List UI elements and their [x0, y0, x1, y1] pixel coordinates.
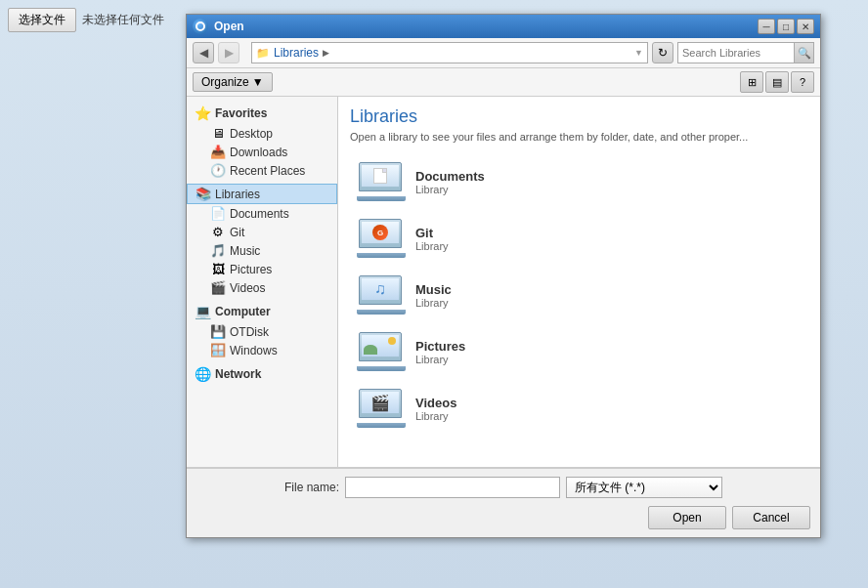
bottom-bar: File name: 所有文件 (*.*) Open Cancel: [187, 468, 820, 537]
computer-section: 💻 Computer 💾 OTDisk 🪟 Windows: [187, 301, 337, 359]
cancel-button[interactable]: Cancel: [732, 506, 810, 529]
organize-button[interactable]: Organize ▼: [193, 72, 273, 92]
pictures-icon: 🖼: [210, 262, 226, 276]
sidebar-item-libraries[interactable]: 📚 Libraries: [187, 184, 337, 204]
view-icons: ⊞ ▤ ?: [740, 71, 814, 93]
music-lib-type: Library: [415, 297, 452, 309]
music-lib-name: Music: [415, 282, 452, 297]
sidebar-item-music[interactable]: 🎵 Music: [187, 241, 337, 260]
title-bar: Open ─ □ ✕: [187, 15, 820, 38]
library-item-pictures[interactable]: Pictures Library: [350, 324, 808, 379]
title-bar-left: Open: [193, 19, 244, 34]
sidebar-item-videos[interactable]: 🎬 Videos: [187, 278, 337, 297]
favorites-label: Favorites: [215, 106, 267, 120]
library-item-videos[interactable]: 🎬 Videos Library: [350, 381, 808, 436]
documents-lib-type: Library: [415, 184, 485, 195]
favorites-star-icon: ⭐: [195, 105, 211, 121]
videos-library-icon: 🎬: [355, 388, 406, 429]
documents-lib-name: Documents: [415, 169, 485, 184]
downloads-icon: 📥: [210, 145, 226, 159]
pictures-library-icon: [355, 331, 406, 372]
organize-arrow-icon: ▼: [252, 75, 264, 89]
sidebar-item-documents[interactable]: 📄 Documents: [187, 204, 337, 223]
documents-icon: 📄: [210, 206, 226, 221]
documents-library-icon: [355, 161, 406, 202]
computer-icon: 💻: [195, 304, 211, 319]
top-bar: 选择文件 未选择任何文件: [8, 8, 164, 32]
videos-lib-type: Library: [415, 410, 456, 422]
git-library-icon: G: [355, 218, 406, 259]
maximize-button[interactable]: □: [777, 19, 795, 34]
sidebar-item-desktop[interactable]: 🖥 Desktop: [187, 124, 337, 143]
address-bar[interactable]: 📁 Libraries ▶ ▼: [251, 42, 648, 63]
sidebar: ⭐ Favorites 🖥 Desktop 📥 Downloads 🕐 Rece…: [187, 97, 338, 467]
file-name-row: File name: 所有文件 (*.*): [196, 477, 810, 498]
no-file-text: 未选择任何文件: [82, 12, 164, 28]
music-library-info: Music Library: [415, 282, 452, 309]
libraries-icon: 📚: [195, 187, 211, 201]
address-arrow: ▶: [323, 48, 329, 58]
git-lib-type: Library: [415, 240, 449, 252]
network-header[interactable]: 🌐 Network: [187, 363, 337, 385]
refresh-button[interactable]: ↻: [652, 42, 673, 63]
otdisk-icon: 💾: [210, 324, 226, 339]
dialog-title: Open: [214, 20, 244, 33]
minimize-button[interactable]: ─: [758, 19, 775, 34]
otdisk-label: OTDisk: [230, 325, 269, 339]
title-bar-controls: ─ □ ✕: [758, 19, 814, 34]
open-button[interactable]: Open: [648, 506, 726, 529]
sidebar-item-windows[interactable]: 🪟 Windows: [187, 341, 337, 359]
music-label: Music: [230, 244, 260, 258]
search-input[interactable]: [678, 47, 794, 59]
recent-label: Recent Places: [230, 164, 305, 178]
git-icon: ⚙: [210, 225, 226, 239]
library-item-git[interactable]: G Git Library: [350, 211, 808, 266]
file-type-select[interactable]: 所有文件 (*.*): [566, 477, 722, 498]
sidebar-item-pictures[interactable]: 🖼 Pictures: [187, 260, 337, 278]
sidebar-item-recent[interactable]: 🕐 Recent Places: [187, 161, 337, 180]
content-title: Libraries: [350, 106, 808, 127]
content-description: Open a library to see your files and arr…: [350, 131, 808, 143]
computer-header[interactable]: 💻 Computer: [187, 301, 337, 322]
view-toggle-button[interactable]: ⊞: [740, 71, 763, 93]
computer-label: Computer: [215, 305, 271, 318]
library-item-music[interactable]: ♫ Music Library: [350, 268, 808, 322]
refresh-icon: ↻: [658, 46, 668, 60]
videos-library-info: Videos Library: [415, 396, 456, 422]
windows-icon: 🪟: [210, 343, 226, 357]
preview-pane-button[interactable]: ▤: [765, 71, 789, 93]
content-pane: Libraries Open a library to see your fil…: [338, 97, 820, 467]
choose-file-button[interactable]: 选择文件: [8, 8, 76, 32]
address-dropdown-arrow[interactable]: ▼: [634, 48, 643, 58]
git-lib-name: Git: [415, 226, 449, 240]
close-button[interactable]: ✕: [797, 19, 814, 34]
music-library-icon: ♫: [355, 274, 406, 315]
organize-label: Organize: [201, 75, 249, 89]
back-button[interactable]: ◀: [193, 42, 214, 63]
music-icon: 🎵: [210, 243, 226, 258]
pictures-library-info: Pictures Library: [415, 339, 465, 365]
help-button[interactable]: ?: [791, 71, 814, 93]
windows-label: Windows: [230, 344, 278, 357]
pictures-label: Pictures: [230, 263, 272, 276]
favorites-header[interactable]: ⭐ Favorites: [187, 103, 337, 124]
network-icon: 🌐: [195, 366, 211, 382]
sidebar-item-git[interactable]: ⚙ Git: [187, 223, 337, 241]
sidebar-item-downloads[interactable]: 📥 Downloads: [187, 143, 337, 161]
address-segment-libraries[interactable]: Libraries: [274, 46, 319, 60]
documents-library-info: Documents Library: [415, 169, 485, 195]
action-row: Open Cancel: [196, 506, 810, 529]
main-content: ⭐ Favorites 🖥 Desktop 📥 Downloads 🕐 Rece…: [187, 97, 820, 468]
organize-toolbar: Organize ▼ ⊞ ▤ ?: [187, 68, 820, 97]
videos-lib-name: Videos: [415, 396, 456, 410]
pictures-lib-name: Pictures: [415, 339, 465, 354]
file-name-input[interactable]: [345, 477, 560, 498]
search-button[interactable]: 🔍: [794, 43, 813, 63]
sidebar-item-otdisk[interactable]: 💾 OTDisk: [187, 322, 337, 341]
open-dialog: Open ─ □ ✕ ◀ ▶ 📁 Libraries ▶ ▼ ↻ 🔍 Organ…: [186, 14, 821, 538]
library-item-documents[interactable]: Documents Library: [350, 154, 808, 209]
search-box: 🔍: [677, 42, 814, 63]
favorites-section: ⭐ Favorites 🖥 Desktop 📥 Downloads 🕐 Rece…: [187, 103, 337, 180]
forward-button[interactable]: ▶: [218, 42, 239, 63]
desktop-label: Desktop: [230, 127, 273, 141]
